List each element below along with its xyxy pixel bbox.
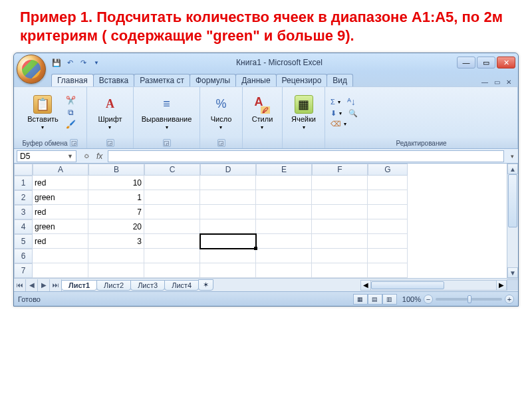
cell-b3[interactable]: 7 [88,205,144,219]
cell-c6[interactable] [144,249,200,263]
cell-b7[interactable] [88,263,144,278]
cell-g3[interactable] [368,205,408,219]
cell-a6[interactable] [33,249,88,263]
col-header-a[interactable]: A [33,164,88,176]
tab-data[interactable]: Данные [235,74,276,86]
cell-e7[interactable] [256,263,312,278]
scroll-right-icon[interactable]: ▶ [496,280,507,291]
close-button[interactable]: ✕ [497,57,515,68]
office-button[interactable] [17,55,46,84]
name-box[interactable]: D5▼ [17,150,76,162]
save-icon[interactable]: 💾 [51,57,62,68]
scroll-down-icon[interactable]: ▼ [507,267,518,278]
cell-d5[interactable] [200,234,256,249]
sheet-tab-1[interactable]: Лист1 [61,280,97,291]
prev-sheet-icon[interactable]: ◀ [26,279,38,291]
find-icon[interactable]: 🔍 [348,109,358,118]
format-painter-icon[interactable]: 🖌️ [65,119,77,130]
cell-f2[interactable] [312,190,368,205]
mdi-minimize[interactable]: — [479,77,490,86]
cell-f6[interactable] [312,249,368,263]
tab-insert[interactable]: Вставка [93,74,135,86]
cell-a4[interactable]: green [33,219,88,234]
cell-b5[interactable]: 3 [88,234,144,249]
expand-formula-icon[interactable]: ▾ [507,153,518,160]
minimize-button[interactable]: — [457,57,475,68]
cell-b1[interactable]: 10 [88,176,144,190]
cancel-formula-icon[interactable]: ⭘ [80,152,94,161]
cell-e2[interactable] [256,190,312,205]
zoom-level[interactable]: 100% [402,295,421,303]
maximize-button[interactable]: ▭ [477,57,495,68]
col-header-e[interactable]: E [256,164,312,176]
tab-review[interactable]: Рецензиро [276,74,328,86]
sheet-tab-2[interactable]: Лист2 [96,280,131,291]
mdi-restore[interactable]: ▭ [491,77,502,86]
mdi-close[interactable]: ✕ [503,77,514,86]
first-sheet-icon[interactable]: ⏮ [14,279,26,291]
cell-a3[interactable]: red [33,205,88,219]
last-sheet-icon[interactable]: ⏭ [50,279,62,291]
cell-g4[interactable] [368,219,408,234]
font-launcher[interactable]: ◲ [106,139,114,147]
cell-g6[interactable] [368,249,408,263]
sheet-tab-3[interactable]: Лист3 [130,280,165,291]
hscroll-thumb[interactable] [371,281,444,289]
cell-g2[interactable] [368,190,408,205]
cells-button[interactable]: ▦ Ячейки ▾ [287,94,320,132]
autosum-icon[interactable]: Σ [331,98,335,106]
select-all-corner[interactable] [14,164,33,176]
zoom-slider[interactable] [436,298,502,301]
sort-filter-icon[interactable]: ᴬ↓ [347,96,356,107]
cell-c4[interactable] [144,219,200,234]
tab-home[interactable]: Главная [51,74,94,86]
cell-d1[interactable] [200,176,256,190]
cell-a7[interactable] [33,263,88,278]
row-header-6[interactable]: 6 [14,249,33,263]
cell-c2[interactable] [144,190,200,205]
styles-button[interactable]: A🖊 Стили ▾ [248,94,277,132]
copy-icon[interactable]: ⧉ [65,107,77,118]
col-header-b[interactable]: B [88,164,144,176]
cell-g7[interactable] [368,263,408,278]
cell-a2[interactable]: green [33,190,88,205]
row-header-7[interactable]: 7 [14,263,33,278]
page-layout-view-icon[interactable]: ▤ [368,294,382,305]
resize-corner[interactable] [507,279,518,291]
cell-b2[interactable]: 1 [88,190,144,205]
zoom-out-button[interactable]: − [424,295,433,304]
cell-d4[interactable] [200,219,256,234]
col-header-f[interactable]: F [312,164,368,176]
row-header-2[interactable]: 2 [14,190,33,205]
cell-f5[interactable] [312,234,368,249]
next-sheet-icon[interactable]: ▶ [38,279,50,291]
fx-icon[interactable]: fx [96,152,102,161]
col-header-g[interactable]: G [368,164,408,176]
cell-e4[interactable] [256,219,312,234]
cell-a5[interactable]: red [33,234,88,249]
zoom-in-button[interactable]: + [505,295,514,304]
col-header-d[interactable]: D [200,164,256,176]
formula-input[interactable] [108,150,504,162]
clipboard-launcher[interactable]: ◲ [70,139,78,147]
scroll-up-icon[interactable]: ▲ [507,164,518,174]
cell-g1[interactable] [368,176,408,190]
vscroll-thumb[interactable] [508,174,517,227]
new-sheet-icon[interactable]: ✶ [198,279,213,291]
redo-icon[interactable]: ↷ [78,57,88,68]
page-break-view-icon[interactable]: ▥ [382,294,397,305]
cell-f3[interactable] [312,205,368,219]
cell-f4[interactable] [312,219,368,234]
cell-e5[interactable] [256,234,312,249]
cell-d6[interactable] [200,249,256,263]
cell-d2[interactable] [200,190,256,205]
cell-d3[interactable] [200,205,256,219]
cell-c7[interactable] [144,263,200,278]
cell-c5[interactable] [144,234,200,249]
row-header-1[interactable]: 1 [14,176,33,190]
cell-a1[interactable]: red [33,176,88,190]
normal-view-icon[interactable]: ▦ [353,294,368,305]
fill-icon[interactable]: ⬇ [331,109,336,118]
cell-f7[interactable] [312,263,368,278]
paste-button[interactable]: 📋 Вставить ▾ [23,94,63,132]
